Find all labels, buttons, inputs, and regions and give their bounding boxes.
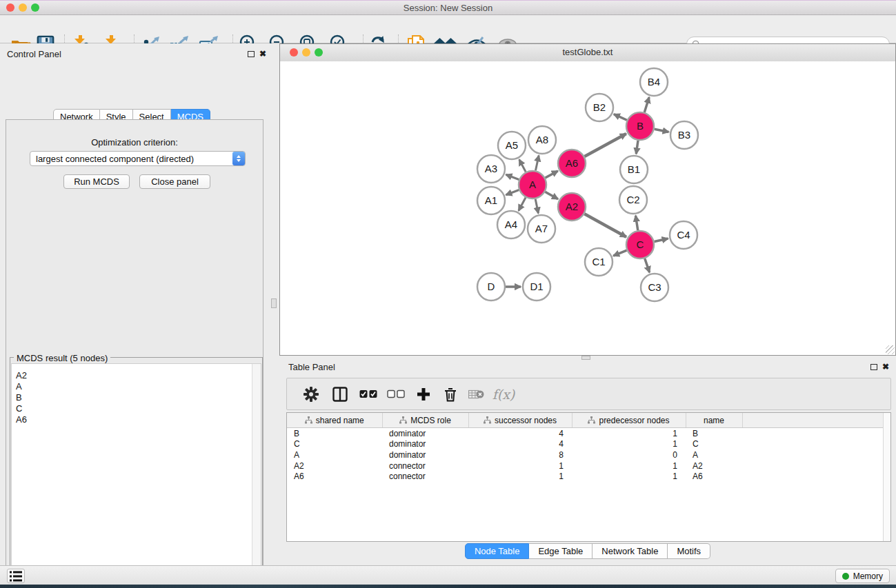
show-columns-button[interactable] bbox=[326, 378, 355, 409]
table-panel-float-button[interactable] bbox=[870, 364, 877, 370]
svg-text:C2: C2 bbox=[626, 194, 639, 205]
graph-node-B3[interactable]: B3 bbox=[670, 121, 698, 149]
graph-edge-A-A4[interactable] bbox=[519, 198, 526, 211]
column-header-successor-nodes[interactable]: successor nodes bbox=[468, 413, 572, 428]
graph-node-D[interactable]: D bbox=[477, 273, 505, 301]
network-window-title: testGlobe.txt bbox=[280, 47, 895, 57]
table-options-button[interactable] bbox=[297, 378, 326, 409]
graph-edge-A-A2[interactable] bbox=[545, 192, 558, 199]
column-header-mcds-role[interactable]: MCDS role bbox=[382, 413, 468, 428]
optimization-criterion-select[interactable]: largest connected component (directed) bbox=[30, 151, 246, 166]
memory-label: Memory bbox=[853, 571, 883, 581]
graph-edge-C-C1[interactable] bbox=[613, 250, 626, 256]
attribute-icon bbox=[399, 416, 407, 424]
graph-edge-A-A8[interactable] bbox=[535, 155, 539, 170]
column-header-predecessor-nodes[interactable]: predecessor nodes bbox=[572, 413, 686, 428]
close-panel-button[interactable]: Close panel bbox=[139, 174, 210, 189]
graph-edge-C-C3[interactable] bbox=[645, 258, 650, 272]
column-header-name[interactable]: name bbox=[686, 413, 742, 428]
graph-node-A1[interactable]: A1 bbox=[477, 187, 505, 214]
column-header-shared-name[interactable]: shared name bbox=[287, 413, 382, 428]
graph-node-A7[interactable]: A7 bbox=[528, 215, 555, 243]
table-row[interactable]: Cdominator41C bbox=[287, 439, 891, 450]
svg-text:A5: A5 bbox=[506, 139, 518, 151]
graph-node-C[interactable]: C bbox=[626, 231, 654, 258]
vertical-splitter-grip[interactable] bbox=[271, 298, 277, 308]
svg-text:A7: A7 bbox=[535, 223, 548, 234]
graph-node-B2[interactable]: B2 bbox=[586, 94, 613, 121]
graph-node-A[interactable]: A bbox=[519, 171, 546, 199]
attribute-icon bbox=[588, 416, 595, 424]
task-history-button[interactable] bbox=[7, 569, 25, 583]
control-panel-float-button[interactable] bbox=[248, 51, 255, 57]
list-icon bbox=[10, 571, 22, 582]
tab-motifs[interactable]: Motifs bbox=[668, 543, 710, 559]
graph-node-A3[interactable]: A3 bbox=[477, 155, 505, 183]
table-row[interactable]: Bdominator41B bbox=[287, 428, 891, 439]
graph-node-A2[interactable]: A2 bbox=[558, 193, 586, 221]
graph-edge-B-B2[interactable] bbox=[614, 114, 627, 121]
mcds-list-scrollbar[interactable] bbox=[252, 364, 261, 588]
mcds-result-item[interactable]: A2 bbox=[12, 370, 27, 381]
graph-edge-A-A3[interactable] bbox=[506, 174, 519, 179]
mcds-result-item[interactable]: A6 bbox=[12, 414, 27, 425]
mcds-result-item[interactable]: B bbox=[12, 392, 27, 403]
create-column-button[interactable] bbox=[410, 378, 437, 409]
graph-edge-A-A5[interactable] bbox=[519, 159, 526, 172]
plus-icon bbox=[417, 387, 430, 401]
table-row[interactable]: A2connector11A2 bbox=[287, 460, 891, 472]
select-all-columns-button[interactable] bbox=[355, 378, 382, 409]
network-view-window: testGlobe.txt B4B2BB3A5A8A6A3B1AC2A1A2A4… bbox=[279, 43, 896, 356]
memory-button[interactable]: Memory bbox=[835, 569, 890, 583]
control-panel-close-button[interactable]: ✖ bbox=[259, 50, 266, 58]
tab-node-table[interactable]: Node Table bbox=[465, 543, 530, 559]
svg-text:D: D bbox=[488, 281, 495, 292]
tab-edge-table[interactable]: Edge Table bbox=[529, 543, 593, 559]
run-mcds-button[interactable]: Run MCDS bbox=[63, 174, 130, 189]
graph-edge-B-B1[interactable] bbox=[636, 141, 638, 154]
graph-node-C4[interactable]: C4 bbox=[670, 221, 697, 249]
graph-node-B[interactable]: B bbox=[626, 112, 654, 140]
graph-node-C2[interactable]: C2 bbox=[619, 186, 647, 214]
graph-edge-B-B3[interactable] bbox=[655, 129, 669, 132]
svg-text:B4: B4 bbox=[648, 76, 660, 88]
graph-edge-A6-B[interactable] bbox=[584, 134, 626, 156]
mcds-result-item[interactable]: A bbox=[12, 381, 27, 392]
graph-edge-B-B4[interactable] bbox=[644, 97, 649, 112]
tab-network-table[interactable]: Network Table bbox=[593, 543, 668, 559]
graph-node-A4[interactable]: A4 bbox=[497, 211, 525, 239]
network-canvas[interactable]: B4B2BB3A5A8A6A3B1AC2A1A2A4A7C4CC1C3DD1 bbox=[280, 61, 895, 355]
graph-edge-C-C2[interactable] bbox=[635, 216, 637, 231]
delete-column-button[interactable] bbox=[437, 378, 464, 409]
function-builder-button[interactable]: f(x) bbox=[488, 378, 519, 409]
graph-edge-A-A6[interactable] bbox=[545, 171, 557, 178]
unselect-all-columns-button[interactable] bbox=[382, 378, 410, 409]
table-toolbar: f(x) bbox=[286, 378, 891, 410]
table-row[interactable]: A6connector11A6 bbox=[287, 471, 891, 482]
graph-node-D1[interactable]: D1 bbox=[523, 273, 550, 301]
graph-node-A6[interactable]: A6 bbox=[558, 150, 586, 177]
svg-text:B: B bbox=[637, 120, 644, 132]
svg-text:A2: A2 bbox=[566, 201, 578, 212]
resize-grip[interactable] bbox=[886, 345, 895, 354]
graph-node-B1[interactable]: B1 bbox=[620, 156, 648, 183]
svg-text:B3: B3 bbox=[678, 129, 690, 141]
graph-node-A5[interactable]: A5 bbox=[498, 132, 526, 159]
vertical-splitter[interactable] bbox=[269, 43, 279, 565]
table-scrollbar[interactable] bbox=[883, 413, 890, 541]
graph-node-C1[interactable]: C1 bbox=[585, 248, 613, 276]
graph-node-B4[interactable]: B4 bbox=[640, 68, 668, 96]
node-table: shared nameMCDS rolesuccessor nodesprede… bbox=[286, 412, 891, 542]
mcds-result-item[interactable]: C bbox=[12, 403, 27, 414]
graph-node-C3[interactable]: C3 bbox=[641, 274, 668, 301]
destroy-table-button[interactable] bbox=[464, 378, 488, 409]
graph-edge-C-C4[interactable] bbox=[654, 239, 668, 241]
graph-edge-A-A7[interactable] bbox=[535, 199, 538, 214]
main-toolbar bbox=[0, 15, 896, 43]
control-panel: Control Panel ✖ NetworkStyleSelectMCDS O… bbox=[0, 43, 269, 565]
table-panel-close-button[interactable]: ✖ bbox=[882, 363, 889, 371]
graph-edge-A-A1[interactable] bbox=[506, 190, 519, 195]
graph-node-A8[interactable]: A8 bbox=[528, 126, 556, 154]
graph-edge-A2-C[interactable] bbox=[584, 214, 626, 237]
table-row[interactable]: Adominator80A bbox=[287, 449, 891, 460]
